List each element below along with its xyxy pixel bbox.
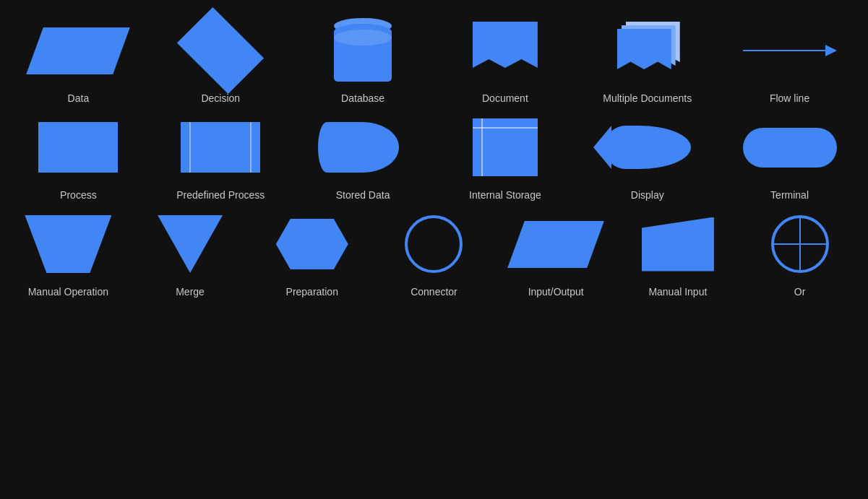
shape-document-label: Document	[482, 92, 528, 104]
flowchart-symbols-grid: Data Decision Database Documen	[0, 0, 868, 312]
shape-inputoutput-icon	[507, 221, 604, 268]
shape-item-internal[interactable]: Internal Storage	[447, 111, 563, 201]
shape-item-or[interactable]: Or	[742, 208, 858, 298]
shape-prep-wrap	[265, 208, 359, 280]
shape-process-label: Process	[60, 189, 97, 201]
shape-decision-label: Decision	[201, 92, 240, 104]
shape-item-terminal[interactable]: Terminal	[732, 111, 848, 201]
shape-process-icon	[38, 122, 118, 173]
flow-line-body	[743, 50, 825, 51]
shape-decision-icon	[177, 7, 264, 94]
shape-merge-wrap	[143, 208, 237, 280]
shape-stored-icon	[327, 122, 399, 173]
shape-predefined-label: Predefined Process	[176, 189, 265, 201]
shape-stored-label: Stored Data	[336, 189, 390, 201]
shape-manual-op-icon	[25, 215, 111, 273]
multidoc-front	[617, 29, 671, 79]
shape-manualinput-icon	[642, 217, 714, 272]
shape-prep-icon	[276, 219, 348, 269]
shape-data-wrap	[31, 14, 125, 87]
shape-prep-label: Preparation	[286, 286, 338, 298]
shape-merge-label: Merge	[176, 286, 205, 298]
shape-manualinput-label: Manual Input	[648, 286, 707, 298]
shape-or-icon	[771, 215, 829, 273]
shape-item-merge[interactable]: Merge	[132, 208, 248, 298]
shape-item-inputoutput[interactable]: Input/Output	[498, 208, 614, 298]
shape-stored-wrap	[316, 111, 410, 183]
shape-item-decision[interactable]: Decision	[163, 14, 278, 104]
shape-decision-wrap	[173, 14, 267, 87]
shape-inputoutput-wrap	[509, 208, 603, 280]
shape-manualinput-wrap	[631, 208, 725, 280]
shape-flowline-icon	[743, 45, 837, 56]
shape-data-label: Data	[68, 92, 90, 104]
shape-inputoutput-label: Input/Output	[528, 286, 584, 298]
shape-item-multidoc[interactable]: Multiple Documents	[590, 14, 705, 104]
shape-multidoc-label: Multiple Documents	[603, 92, 692, 104]
shape-item-stored[interactable]: Stored Data	[305, 111, 421, 201]
shape-terminal-icon	[743, 128, 837, 168]
row-3: Manual Operation Merge Preparation Conne…	[7, 208, 861, 298]
shape-predefined-wrap	[173, 111, 267, 183]
shape-terminal-wrap	[743, 111, 837, 183]
shape-document-wrap	[458, 14, 552, 87]
shape-item-database[interactable]: Database	[305, 14, 421, 104]
shape-data-icon	[27, 27, 131, 74]
shape-display-icon	[604, 126, 691, 169]
shape-item-connector[interactable]: Connector	[376, 208, 491, 298]
shape-item-manual-op[interactable]: Manual Operation	[10, 208, 126, 298]
shape-or-label: Or	[794, 286, 806, 298]
shape-item-data[interactable]: Data	[20, 14, 136, 104]
shape-manual-op-label: Manual Operation	[28, 286, 108, 298]
shape-internal-label: Internal Storage	[469, 189, 541, 201]
row-1: Data Decision Database Documen	[7, 14, 861, 104]
shape-item-flowline[interactable]: Flow line	[732, 14, 848, 104]
flow-arrow-head	[825, 45, 837, 56]
shape-document-icon	[473, 22, 538, 79]
shape-display-wrap	[601, 111, 695, 183]
shape-connector-label: Connector	[411, 286, 457, 298]
cyl-top-3	[334, 30, 392, 45]
shape-flowline-wrap	[743, 14, 837, 87]
shape-merge-icon	[158, 215, 223, 273]
shape-or-wrap	[753, 208, 847, 280]
shape-predefined-icon	[181, 122, 260, 173]
shape-process-wrap	[31, 111, 125, 183]
shape-internal-icon	[473, 118, 538, 176]
shape-database-wrap	[316, 14, 410, 87]
shape-internal-wrap	[458, 111, 552, 183]
shape-item-process[interactable]: Process	[20, 111, 136, 201]
shape-terminal-label: Terminal	[770, 189, 809, 201]
shape-item-predefined[interactable]: Predefined Process	[163, 111, 278, 201]
shape-flowline-label: Flow line	[770, 92, 809, 104]
shape-database-icon	[334, 18, 392, 83]
shape-multidoc-wrap	[601, 14, 695, 87]
shape-item-prep[interactable]: Preparation	[254, 208, 370, 298]
shape-connector-wrap	[387, 208, 481, 280]
shape-manual-op-wrap	[21, 208, 115, 280]
shape-item-display[interactable]: Display	[590, 111, 705, 201]
shape-item-manualinput[interactable]: Manual Input	[620, 208, 736, 298]
shape-display-label: Display	[631, 189, 664, 201]
shape-item-document[interactable]: Document	[447, 14, 563, 104]
shape-connector-icon	[405, 215, 463, 273]
shape-database-label: Database	[341, 92, 384, 104]
row-2: Process Predefined Process Stored Data I…	[7, 111, 861, 201]
shape-multidoc-icon	[615, 22, 680, 79]
